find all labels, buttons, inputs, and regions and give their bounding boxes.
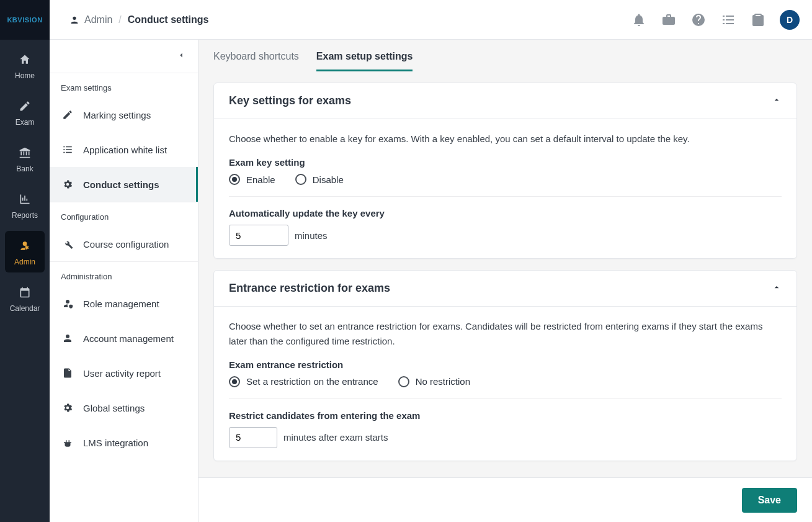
sidebar-item-user-activity-report[interactable]: User activity report xyxy=(50,356,198,390)
sidebar-item-course-configuration[interactable]: Course configuration xyxy=(50,227,198,261)
radio-dot-icon xyxy=(229,376,240,387)
chevron-left-icon xyxy=(177,51,185,61)
radio-label: Disable xyxy=(313,174,344,185)
bell-icon[interactable] xyxy=(631,12,647,28)
nav-home[interactable]: Home xyxy=(5,45,45,86)
nav-bank[interactable]: Bank xyxy=(5,138,45,179)
product-logo: KBVISION xyxy=(0,0,50,40)
card-key-settings: Key settings for exams Choose whether to… xyxy=(213,83,797,259)
nav-calendar[interactable]: Calendar xyxy=(5,277,45,319)
briefcase-icon[interactable] xyxy=(661,12,677,28)
header-icons: D xyxy=(631,10,800,30)
nav-calendar-label: Calendar xyxy=(10,304,40,313)
breadcrumb-separator: / xyxy=(118,14,121,25)
nav-reports-label: Reports xyxy=(12,211,38,220)
sidebar-item-conduct-settings[interactable]: Conduct settings xyxy=(50,167,198,202)
tab-exam-setup-settings[interactable]: Exam setup settings xyxy=(316,51,413,71)
suffix-minutes: minutes xyxy=(295,230,328,241)
radio-set-restriction[interactable]: Set a restriction on the entrance xyxy=(229,376,378,387)
user-gear-icon xyxy=(69,15,79,25)
tabs: Keyboard shortcuts Exam setup settings xyxy=(199,40,812,71)
user-avatar[interactable]: D xyxy=(780,10,800,30)
user-shield-icon xyxy=(62,298,73,309)
gears-icon xyxy=(62,179,73,190)
sidebar-item-label: Course configuration xyxy=(83,239,169,250)
radio-group-exam-key: Enable Disable xyxy=(229,174,782,197)
primary-nav: KBVISION Home Exam Bank Reports Admin Ca… xyxy=(0,0,50,522)
help-icon[interactable] xyxy=(690,12,707,28)
calendar-icon xyxy=(19,286,31,300)
chevron-up-icon xyxy=(772,282,782,294)
list-icon xyxy=(62,144,73,155)
radio-disable-key[interactable]: Disable xyxy=(295,174,344,185)
sidebar-item-label: User activity report xyxy=(83,368,161,379)
card-key-settings-desc: Choose whether to enable a key for exams… xyxy=(229,132,782,146)
sidebar-item-application-white-list[interactable]: Application white list xyxy=(50,132,198,167)
tab-keyboard-shortcuts[interactable]: Keyboard shortcuts xyxy=(213,51,299,71)
tasks-icon[interactable] xyxy=(720,12,736,28)
radio-group-entrance: Set a restriction on the entrance No res… xyxy=(229,376,782,399)
breadcrumb: Admin / Conduct settings xyxy=(69,14,208,25)
sidebar-item-label: Conduct settings xyxy=(83,179,159,190)
card-key-settings-header[interactable]: Key settings for exams xyxy=(214,83,796,119)
sidebar-item-account-management[interactable]: Account management xyxy=(50,321,198,356)
nav-admin[interactable]: Admin xyxy=(5,231,45,272)
nav-home-label: Home xyxy=(15,71,35,80)
card-key-settings-title: Key settings for exams xyxy=(229,94,351,107)
sidebar-group-exam-settings: Exam settings xyxy=(50,73,198,97)
sidebar-item-label: Account management xyxy=(83,333,174,344)
radio-dot-icon xyxy=(295,174,306,185)
bank-icon xyxy=(19,146,31,161)
nav-exam-label: Exam xyxy=(16,118,35,127)
wrench-icon xyxy=(62,238,73,250)
sidebar-item-role-management[interactable]: Role management xyxy=(50,286,198,321)
pencil-icon xyxy=(19,100,31,114)
pen-icon xyxy=(62,109,73,120)
chevron-up-icon xyxy=(772,95,782,107)
page-header: Admin / Conduct settings D xyxy=(50,0,812,40)
sidebar-item-label: Role management xyxy=(83,299,159,309)
sidebar-item-lms-integration[interactable]: LMS integration xyxy=(50,425,198,460)
sidebar-item-label: Global settings xyxy=(83,403,145,413)
radio-label: Set a restriction on the entrance xyxy=(246,376,378,387)
input-key-interval[interactable] xyxy=(229,225,288,246)
radio-enable-key[interactable]: Enable xyxy=(229,174,275,185)
radio-dot-icon xyxy=(398,376,409,387)
suffix-minutes-after: minutes after exam starts xyxy=(283,432,388,443)
nav-admin-label: Admin xyxy=(14,258,35,266)
card-entrance-header[interactable]: Entrance restriction for exams xyxy=(214,271,796,307)
nav-reports[interactable]: Reports xyxy=(5,184,45,226)
card-entrance-desc: Choose whether to set an entrance restri… xyxy=(229,319,782,348)
page-footer: Save xyxy=(199,477,812,522)
radio-dot-icon xyxy=(229,174,240,185)
user-icon xyxy=(62,333,73,344)
user-gear-icon xyxy=(19,240,31,254)
breadcrumb-current: Conduct settings xyxy=(128,14,209,25)
breadcrumb-parent[interactable]: Admin xyxy=(84,14,112,25)
label-entrance-restriction: Exam entrance restriction xyxy=(229,359,782,370)
label-update-interval: Automatically update the key every xyxy=(229,208,782,218)
card-entrance-restriction: Entrance restriction for exams Choose wh… xyxy=(213,270,797,461)
radio-label: No restriction xyxy=(416,376,470,387)
card-entrance-title: Entrance restriction for exams xyxy=(229,282,390,295)
nav-exam[interactable]: Exam xyxy=(5,91,45,133)
label-restrict-candidates: Restrict candidates from entering the ex… xyxy=(229,410,782,421)
file-search-icon xyxy=(62,367,73,379)
clipboard-icon[interactable] xyxy=(750,12,766,28)
sidebar-item-marking-settings[interactable]: Marking settings xyxy=(50,97,198,132)
sidebar-item-global-settings[interactable]: Global settings xyxy=(50,390,198,425)
home-icon xyxy=(19,53,31,68)
sidebar-group-administration: Administration xyxy=(50,262,198,286)
input-restrict-minutes[interactable] xyxy=(229,427,277,448)
collapse-sidebar-button[interactable] xyxy=(50,40,198,73)
secondary-sidebar: Exam settings Marking settings Applicati… xyxy=(50,40,199,522)
save-button[interactable]: Save xyxy=(742,488,797,513)
sidebar-item-label: Application white list xyxy=(83,145,167,155)
radio-label: Enable xyxy=(246,174,275,185)
nav-bank-label: Bank xyxy=(16,164,33,173)
label-exam-key-setting: Exam key setting xyxy=(229,157,782,168)
sidebar-item-label: Marking settings xyxy=(83,110,151,120)
sidebar-item-label: LMS integration xyxy=(83,438,148,448)
radio-no-restriction[interactable]: No restriction xyxy=(398,376,470,387)
sidebar-group-configuration: Configuration xyxy=(50,202,198,227)
